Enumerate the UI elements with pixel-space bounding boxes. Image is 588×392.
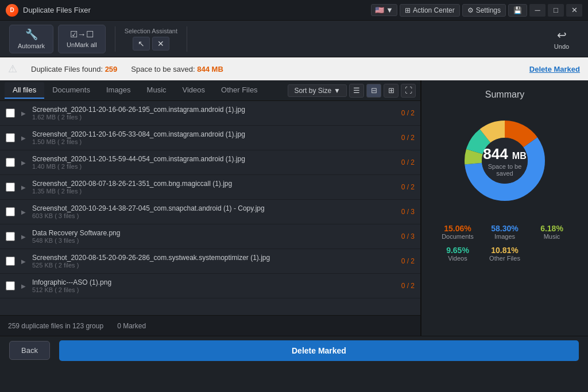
file-name: Data Recovery Software.png (32, 229, 397, 237)
file-name: Screenshot_2020-11-20-16-06-26-195_com.i… (32, 106, 397, 114)
stat-pct: 10.81% (483, 246, 526, 255)
file-expand-icon[interactable]: ▶ (20, 158, 28, 166)
tab-images[interactable]: Images (98, 82, 139, 99)
file-expand-icon[interactable]: ▶ (20, 208, 28, 216)
file-expand-icon[interactable]: ▶ (20, 232, 28, 240)
stat-pct: 15.06% (436, 224, 479, 233)
stats-grid: 15.06% Documents 58.30% Images 6.18% Mus… (431, 224, 579, 262)
stat-item: 6.18% Music (531, 224, 573, 240)
view-controls: Sort by Size ▼ ☰ ⊟ ⊞ ⛶ (288, 84, 416, 98)
tab-documents[interactable]: Documents (44, 82, 98, 99)
file-count: 0 / 2 (401, 134, 415, 142)
action-center-btn[interactable]: ⊞ Action Center (400, 4, 460, 17)
summary-title: Summary (485, 90, 524, 100)
group-info: 259 duplicate files in 123 group (8, 322, 103, 330)
file-count: 0 / 2 (401, 257, 415, 265)
save-btn[interactable]: 💾 (508, 4, 527, 17)
stat-item: 9.65% Videos (436, 246, 479, 262)
file-expand-icon[interactable]: ▶ (20, 257, 28, 265)
sa-btn-2[interactable]: ✕ (152, 37, 169, 51)
file-row[interactable]: ▶ Screenshot_2020-08-07-18-26-21-351_com… (0, 175, 420, 200)
space-info: Space to be saved: 844 MB (131, 65, 223, 73)
tab-videos[interactable]: Videos (175, 82, 214, 99)
file-row[interactable]: ▶ Screenshot_2020-11-20-15-59-44-054_com… (0, 150, 420, 175)
file-count: 0 / 2 (401, 183, 415, 191)
file-checkbox[interactable] (6, 183, 15, 192)
divider-2 (187, 26, 187, 52)
file-expand-icon[interactable]: ▶ (20, 282, 28, 290)
file-name: Screenshot_2020-08-07-18-26-21-351_com.b… (32, 180, 397, 188)
file-count: 0 / 2 (401, 282, 415, 290)
settings-btn[interactable]: ⚙ Settings (462, 4, 506, 17)
maximize-btn[interactable]: □ (548, 4, 564, 17)
file-meta: 1.62 MB ( 2 files ) (32, 114, 397, 121)
file-row[interactable]: ▶ Screenshot_2020-08-15-20-09-26-286_com… (0, 249, 420, 274)
file-checkbox[interactable] (6, 133, 15, 142)
file-row[interactable]: ▶ Screenshot_2020-10-29-14-38-27-045_com… (0, 200, 420, 224)
delete-marked-btn[interactable]: Delete Marked (59, 340, 579, 361)
file-info: Screenshot_2020-11-20-15-59-44-054_com.i… (32, 155, 397, 170)
list-view-btn[interactable]: ☰ (349, 84, 364, 98)
left-panel: All files Documents Images Music Videos … (0, 80, 421, 336)
file-checkbox[interactable] (6, 108, 15, 118)
tab-music[interactable]: Music (139, 82, 175, 99)
file-checkbox[interactable] (6, 281, 15, 290)
file-info: Screenshot_2020-11-20-16-05-33-084_com.i… (32, 130, 397, 145)
file-name: Screenshot_2020-11-20-16-05-33-084_com.i… (32, 130, 397, 138)
file-expand-icon[interactable]: ▶ (20, 183, 28, 191)
title-bar: D Duplicate Files Fixer 🇺🇸 ▼ ⊞ Action Ce… (0, 0, 588, 21)
file-checkbox[interactable] (6, 232, 15, 241)
automark-btn[interactable]: 🔧 Automark (9, 25, 53, 53)
file-expand-icon[interactable]: ▶ (20, 109, 28, 117)
stat-label: Music (531, 233, 573, 240)
tab-all[interactable]: All files (5, 82, 44, 99)
tab-other[interactable]: Other Files (213, 82, 266, 99)
unmark-all-btn[interactable]: ☑→☐ UnMark all (58, 25, 106, 53)
undo-btn[interactable]: ↩ Undo (544, 28, 579, 50)
stat-pct: 6.18% (531, 224, 573, 233)
close-btn[interactable]: ✕ (566, 4, 582, 17)
stat-item: 58.30% Images (483, 224, 526, 240)
file-meta: 548 KB ( 3 files ) (32, 237, 397, 244)
file-info: Data Recovery Software.png 548 KB ( 3 fi… (32, 229, 397, 244)
tabs: All files Documents Images Music Videos … (0, 80, 420, 101)
detail-view-btn[interactable]: ⊟ (366, 84, 381, 98)
app-logo: D (6, 4, 18, 17)
title-bar-controls: 🇺🇸 ▼ ⊞ Action Center ⚙ Settings 💾 ─ □ ✕ (371, 4, 582, 17)
file-row[interactable]: ▶ Screenshot_2020-11-20-16-06-26-195_com… (0, 101, 420, 126)
stat-pct: 58.30% (483, 224, 526, 233)
back-btn[interactable]: Back (9, 341, 50, 360)
file-name: Screenshot_2020-10-29-14-38-27-045_com.s… (32, 204, 397, 212)
grid-view-btn[interactable]: ⊞ (384, 84, 399, 98)
file-expand-icon[interactable]: ▶ (20, 134, 28, 142)
file-row[interactable]: ▶ Screenshot_2020-11-20-16-05-33-084_com… (0, 126, 420, 150)
file-count: 0 / 2 (401, 109, 415, 117)
file-row[interactable]: ▶ Data Recovery Software.png 548 KB ( 3 … (0, 224, 420, 249)
stat-pct: 9.65% (436, 246, 479, 255)
file-checkbox[interactable] (6, 207, 15, 216)
file-checkbox[interactable] (6, 158, 15, 167)
file-name: Screenshot_2020-08-15-20-09-26-286_com.s… (32, 254, 397, 262)
donut-chart: 844 MB Space to be saved (453, 109, 556, 212)
flag-dropdown[interactable]: 🇺🇸 ▼ (371, 4, 397, 16)
sa-btn-1[interactable]: ↖ (133, 37, 150, 51)
file-meta: 512 KB ( 2 files ) (32, 286, 397, 293)
sa-buttons: ↖ ✕ (133, 37, 169, 51)
file-meta: 603 KB ( 3 files ) (32, 212, 397, 219)
fullscreen-btn[interactable]: ⛶ (401, 84, 416, 98)
sort-btn[interactable]: Sort by Size ▼ (288, 84, 347, 97)
info-bar: ⚠ Duplicate Files found: 259 Space to be… (0, 57, 588, 80)
minimize-btn[interactable]: ─ (529, 4, 546, 17)
file-name: Infographic---ASO (1).png (32, 278, 397, 286)
file-info: Infographic---ASO (1).png 512 KB ( 2 fil… (32, 278, 397, 293)
file-meta: 525 KB ( 2 files ) (32, 262, 397, 269)
warning-icon: ⚠ (8, 63, 17, 75)
divider-1 (115, 26, 115, 52)
right-panel: Summary (421, 80, 588, 336)
file-checkbox[interactable] (6, 257, 15, 266)
file-meta: 1.40 MB ( 2 files ) (32, 163, 397, 170)
donut-center: 844 MB Space to be saved (479, 145, 531, 177)
delete-marked-link[interactable]: Delete Marked (529, 65, 580, 73)
main-layout: All files Documents Images Music Videos … (0, 80, 588, 336)
file-row[interactable]: ▶ Infographic---ASO (1).png 512 KB ( 2 f… (0, 274, 420, 298)
